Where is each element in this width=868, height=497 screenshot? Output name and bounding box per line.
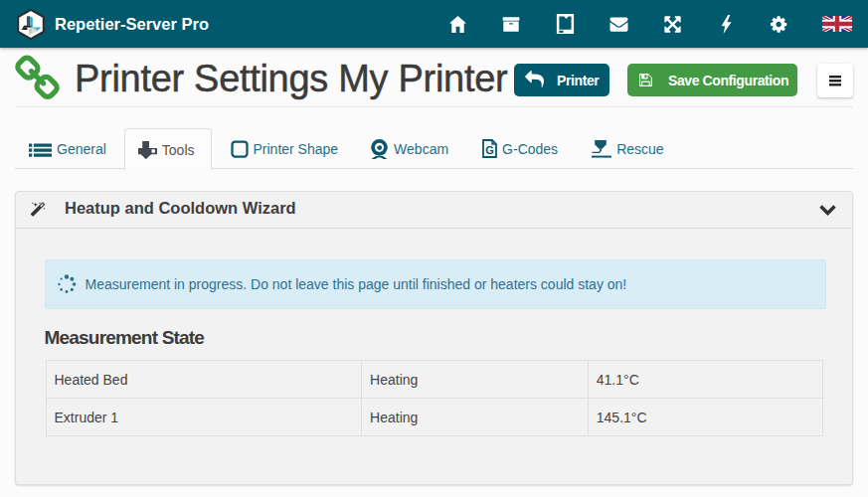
- svg-text:G: G: [485, 144, 494, 156]
